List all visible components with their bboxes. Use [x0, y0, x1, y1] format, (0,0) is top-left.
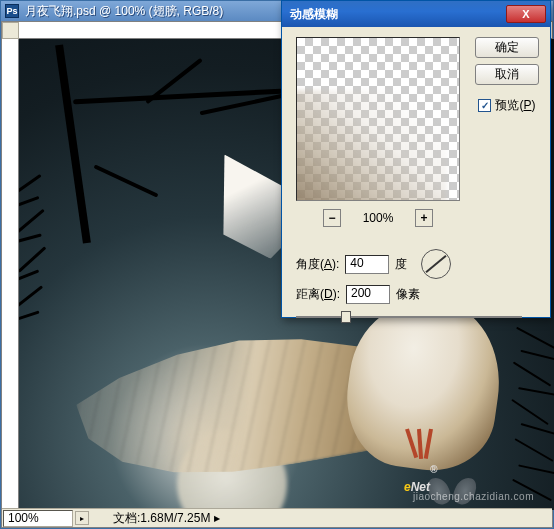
- dialog-right-column: 确定 取消 ✓ 预览(P): [474, 37, 540, 114]
- ruler-corner: [2, 22, 19, 39]
- status-bar: 100% ▸ 文档:1.68M/7.25M ▶: [2, 508, 552, 527]
- distance-slider[interactable]: [296, 309, 522, 325]
- watermark-text: jiaocheng.chazidian.com: [413, 491, 534, 502]
- slider-thumb[interactable]: [341, 311, 351, 323]
- close-button[interactable]: X: [506, 5, 546, 23]
- preview-checkbox[interactable]: ✓: [478, 99, 491, 112]
- dialog-titlebar[interactable]: 动感模糊 X: [282, 1, 550, 27]
- preview-label: 预览(P): [495, 97, 535, 114]
- status-menu-icon[interactable]: ▶: [214, 514, 220, 523]
- distance-input[interactable]: 200: [346, 285, 390, 304]
- zoom-out-button[interactable]: −: [323, 209, 341, 227]
- zoom-input[interactable]: 100%: [3, 510, 73, 527]
- slider-track: [296, 316, 522, 318]
- zoom-in-button[interactable]: +: [415, 209, 433, 227]
- angle-dial[interactable]: [421, 249, 451, 279]
- motion-blur-dialog: 动感模糊 X − 100% + 确定 取消 ✓ 预览(P) 角度(A): 40 …: [281, 0, 551, 318]
- distance-unit: 像素: [396, 286, 420, 303]
- preview-zoom-value: 100%: [359, 211, 397, 225]
- ok-button[interactable]: 确定: [475, 37, 539, 58]
- ruler-vertical[interactable]: [2, 39, 19, 508]
- artwork-leaves-left: [19, 174, 94, 354]
- distance-row: 距离(D): 200 像素: [296, 285, 420, 304]
- zoom-menu-icon[interactable]: ▸: [75, 511, 89, 525]
- angle-input[interactable]: 40: [345, 255, 389, 274]
- angle-row: 角度(A): 40 度: [296, 249, 451, 279]
- window-title: 月夜飞翔.psd @ 100% (翅膀, RGB/8): [25, 3, 223, 20]
- dialog-body: − 100% + 确定 取消 ✓ 预览(P) 角度(A): 40 度 距离(D)…: [282, 27, 550, 47]
- preview-area[interactable]: [296, 37, 460, 201]
- angle-label: 角度(A):: [296, 256, 339, 273]
- preview-content: [296, 90, 447, 201]
- distance-label: 距离(D):: [296, 286, 340, 303]
- app-icon: Ps: [5, 4, 19, 18]
- angle-unit: 度: [395, 256, 407, 273]
- preview-zoom-row: − 100% +: [296, 209, 460, 227]
- document-info: 文档:1.68M/7.25M: [113, 510, 210, 527]
- dialog-title: 动感模糊: [290, 6, 338, 23]
- preview-checkbox-row[interactable]: ✓ 预览(P): [478, 97, 535, 114]
- cancel-button[interactable]: 取消: [475, 64, 539, 85]
